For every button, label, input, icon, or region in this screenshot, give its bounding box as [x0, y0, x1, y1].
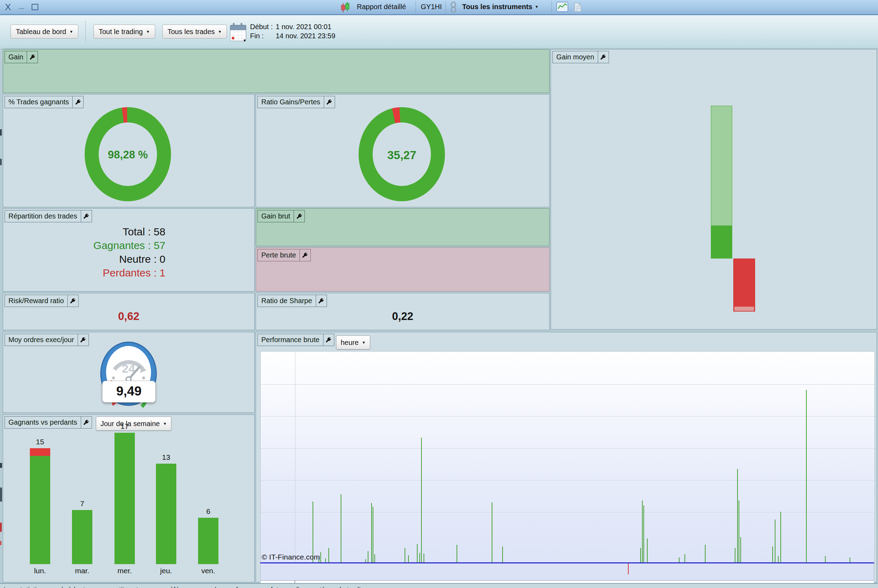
- perf-spike: [365, 559, 366, 562]
- copyright-label: © IT-Finance.com: [262, 553, 320, 561]
- perf-spike: [325, 558, 326, 562]
- trading-scope-dropdown[interactable]: Tout le trading: [93, 25, 155, 39]
- month-gridline: [295, 352, 295, 580]
- wrench-icon[interactable]: [81, 417, 92, 428]
- panel-pct-header: % Trades gagnants: [4, 96, 84, 108]
- wrench-icon[interactable]: [67, 295, 78, 307]
- panel-title: Moy ordres exec/jour: [5, 334, 78, 346]
- panel-title: Gain brut: [258, 210, 294, 222]
- perf-spike: [502, 546, 503, 562]
- wrench-glyph: [326, 337, 331, 342]
- report-title: Rapport détaillé: [357, 3, 406, 11]
- gvp-bar-value: 6: [198, 507, 219, 516]
- wrench-icon[interactable]: [324, 96, 335, 108]
- panel-title: Gain moyen: [553, 51, 598, 63]
- perf-spike: [371, 503, 372, 562]
- perf-spike: [328, 548, 329, 562]
- gvp-bar-value: 13: [156, 453, 176, 462]
- wrench-icon[interactable]: [27, 51, 37, 63]
- donut-center-value: 98,28 %: [85, 148, 171, 161]
- wrench-glyph: [303, 252, 308, 258]
- panel-perte-brute: Perte brute: [256, 247, 550, 291]
- calendar-icon[interactable]: ▼: [230, 23, 246, 42]
- perf-spike: [408, 555, 409, 562]
- dashboard-dropdown[interactable]: Tableau de bord: [10, 25, 78, 39]
- gvp-day-label: mer.: [114, 567, 135, 575]
- maximize-icon[interactable]: [31, 4, 38, 10]
- instrument-selector[interactable]: Tous les instruments▼: [462, 3, 539, 11]
- gvp-bar-value: 7: [72, 500, 92, 508]
- perf-spike: [705, 545, 706, 562]
- panel-pct-trades-gagnants: % Trades gagnants 98,28 %: [3, 94, 255, 207]
- gvp-bar-value: 17: [114, 422, 135, 430]
- repartition-row: Neutre : 0: [3, 252, 165, 266]
- panel-sharpe-header: Ratio de Sharpe: [258, 295, 327, 307]
- toolbar-separator: [85, 21, 86, 42]
- close-icon[interactable]: X: [5, 2, 11, 13]
- timeframe-dropdown[interactable]: heure: [336, 336, 370, 350]
- perf-spike: [373, 507, 373, 562]
- perf-spike: [679, 558, 680, 562]
- perf-spike: [492, 502, 492, 562]
- account-code[interactable]: GY1HI: [421, 3, 442, 11]
- link-chain-icon[interactable]: [449, 2, 457, 15]
- perf-spike: [375, 554, 375, 562]
- perf-spike: [737, 469, 738, 562]
- wrench-icon[interactable]: [316, 295, 327, 307]
- perf-spike: [628, 563, 629, 574]
- wrench-glyph: [75, 99, 81, 105]
- performance-plot-area: [260, 351, 875, 563]
- instrument-selector-label: Tous les instruments: [462, 3, 532, 10]
- trades-filter-dropdown[interactable]: Tous les trades: [162, 25, 227, 39]
- perf-spike: [740, 537, 741, 562]
- panel-gain-brut: Gain brut: [256, 208, 550, 246]
- period-end-label: Fin :: [250, 32, 276, 40]
- panel-title: % Trades gagnants: [5, 96, 72, 108]
- panel-performance-brute: Performance brute heure © IT-Finance.com…: [256, 332, 877, 582]
- titlebar-separator: [445, 1, 446, 14]
- title-bar: X _ Rapport détaillé GY1HI Tous les inst…: [0, 0, 878, 15]
- donut-pct-gagnants: 98,28 %: [85, 107, 171, 201]
- perf-spike: [735, 548, 736, 562]
- risk-reward-value: 0,62: [3, 310, 254, 323]
- period-start-label: Début :: [250, 23, 276, 31]
- sharpe-value: 0,22: [256, 310, 549, 323]
- wrench-glyph: [84, 214, 89, 219]
- perf-spike: [778, 556, 779, 562]
- perf-spike: [421, 438, 422, 562]
- gvp-day-label: jeu.: [156, 567, 176, 575]
- perf-spike: [368, 551, 369, 562]
- panel-title: Répartition des trades: [5, 210, 81, 222]
- wrench-icon[interactable]: [72, 96, 83, 108]
- gvp-bar-value: 15: [30, 438, 50, 446]
- wrench-glyph: [327, 99, 332, 105]
- perf-spike: [739, 501, 739, 562]
- minimize-icon[interactable]: _: [19, 0, 24, 10]
- wrench-icon[interactable]: [323, 334, 334, 346]
- gvp-bar-mer: [114, 433, 135, 564]
- wrench-glyph: [297, 214, 302, 219]
- wrench-icon[interactable]: [81, 210, 92, 222]
- panel-gain: Gain: [3, 49, 550, 93]
- repartition-row: Gagnantes : 57: [3, 238, 165, 252]
- period-start-value: 1 nov. 2021 00:01: [276, 23, 331, 30]
- gvp-bar-ven: [198, 518, 219, 564]
- gain-moyen-bar-light: [711, 106, 732, 226]
- perf-spike: [341, 494, 342, 562]
- copy-report-icon[interactable]: [572, 2, 582, 14]
- donut-center-value: 35,27: [358, 148, 445, 162]
- chevron-down-icon: ▼: [535, 4, 539, 9]
- zero-baseline: [260, 562, 874, 563]
- gauge-24h-label: 24: [95, 362, 162, 375]
- perf-spike: [320, 552, 321, 562]
- perte-moyenne-bar: [733, 258, 755, 312]
- repartition-row: Total : 58: [3, 225, 165, 238]
- panel-title: Gain: [5, 51, 27, 63]
- wrench-icon[interactable]: [294, 210, 304, 222]
- panel-moy-ordres: Moy ordres exec/jour 24 9,49: [3, 332, 255, 413]
- chart-view-icon[interactable]: [556, 2, 568, 14]
- perf-spike: [775, 519, 775, 562]
- wrench-icon[interactable]: [78, 334, 88, 346]
- wrench-icon[interactable]: [598, 51, 608, 63]
- wrench-icon[interactable]: [300, 249, 310, 261]
